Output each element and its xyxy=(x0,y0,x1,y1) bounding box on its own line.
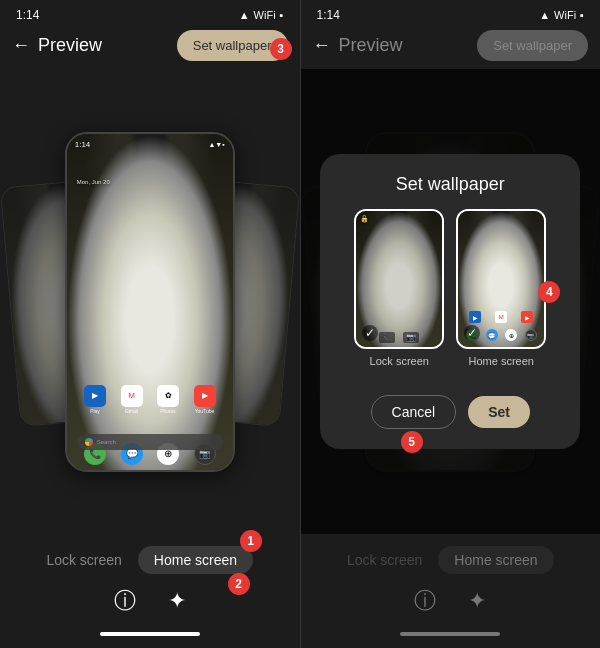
wallpaper-preview-right: Set wallpaper 🔒 📞 📷 ✓ xyxy=(301,69,601,534)
main-phone-left: 1:14 ▲▼▪ Mon, Jun 20 ▶ Play M Gmail xyxy=(65,132,235,472)
signal-icon: ▲ xyxy=(239,9,250,21)
left-panel: 1:14 ▲ WiFi ▪ ← Preview Set wallpaper 3 … xyxy=(0,0,300,648)
badge-2-left: 2 xyxy=(228,573,250,595)
wifi-icon-r: WiFi xyxy=(554,9,576,21)
modal-lock-label: Lock screen xyxy=(370,355,429,367)
modal-home-label: Home screen xyxy=(469,355,534,367)
badge-5-right: 5 xyxy=(401,431,423,453)
screen-tabs-right: Lock screen Home screen xyxy=(347,546,554,574)
gmail-icon: M xyxy=(121,385,143,407)
phone-screen-overlay: 1:14 ▲▼▪ Mon, Jun 20 ▶ Play M Gmail xyxy=(67,134,233,470)
nav-indicator-left xyxy=(100,632,200,636)
phone-time-display: 1:14 xyxy=(75,140,91,149)
search-placeholder: Search xyxy=(97,439,116,445)
phone-date-text: Mon, Jun 20 xyxy=(77,179,110,185)
right-panel: 1:14 ▲ WiFi ▪ ← Preview Set wallpaper Se… xyxy=(301,0,601,648)
badge-1-left: 1 xyxy=(240,530,262,552)
info-icon-left[interactable]: ⓘ xyxy=(114,586,136,616)
modal-buttons: Cancel Set 5 xyxy=(371,395,530,429)
status-icons-right: ▲ WiFi ▪ xyxy=(539,9,584,21)
google-g-icon xyxy=(85,438,93,446)
photos-icon: ✿ xyxy=(157,385,179,407)
top-bar-left: ← Preview Set wallpaper xyxy=(0,26,300,69)
back-arrow-right[interactable]: ← xyxy=(313,35,331,56)
lock-screen-tab-left[interactable]: Lock screen xyxy=(46,552,121,568)
phone-top-area: 1:14 ▲▼▪ xyxy=(67,134,233,151)
preview-title-left: Preview xyxy=(38,35,102,56)
modal-overlay: Set wallpaper 🔒 📞 📷 ✓ xyxy=(301,69,601,534)
home-screen-thumb[interactable]: ▶ M ▶ 📞 💬 ⊕ 📷 ✓ xyxy=(456,209,546,349)
app-gmail: M Gmail xyxy=(121,385,143,414)
time-right: 1:14 xyxy=(317,8,340,22)
lock-screen-thumb[interactable]: 🔒 📞 📷 ✓ xyxy=(354,209,444,349)
app-photos: ✿ Photos xyxy=(157,385,179,414)
bottom-controls-right: Lock screen Home screen ⓘ ✦ xyxy=(301,534,601,648)
nav-indicator-right xyxy=(400,632,500,636)
status-bar-left: 1:14 ▲ WiFi ▪ xyxy=(0,0,300,26)
screen-tabs-left[interactable]: Lock screen Home screen xyxy=(46,546,253,574)
action-icons-left: ⓘ ✦ xyxy=(114,586,186,616)
wallpaper-preview-left: 1:14 ▲▼▪ Mon, Jun 20 ▶ Play M Gmail xyxy=(0,69,300,534)
phone-status-icons: ▲▼▪ xyxy=(208,141,224,148)
signal-icon-r: ▲ xyxy=(539,9,550,21)
battery-icon-r: ▪ xyxy=(580,9,584,21)
status-bar-right: 1:14 ▲ WiFi ▪ xyxy=(301,0,601,26)
top-bar-right: ← Preview Set wallpaper xyxy=(301,26,601,69)
set-button[interactable]: Set xyxy=(468,396,530,428)
info-icon-right: ⓘ xyxy=(414,586,436,616)
sparkle-icon-left[interactable]: ✦ xyxy=(168,588,186,614)
set-wallpaper-modal: Set wallpaper 🔒 📞 📷 ✓ xyxy=(320,154,580,449)
sparkle-icon-right: ✦ xyxy=(468,588,486,614)
youtube-icon: ▶ xyxy=(194,385,216,407)
battery-icon: ▪ xyxy=(280,9,284,21)
play-store-icon: ▶ xyxy=(84,385,106,407)
status-icons-left: ▲ WiFi ▪ xyxy=(239,9,284,21)
app-play-store: ▶ Play xyxy=(84,385,106,414)
back-title-right: ← Preview xyxy=(313,35,403,56)
modal-lock-screen-item[interactable]: 🔒 📞 📷 ✓ Lock screen xyxy=(354,209,444,367)
back-arrow-left[interactable]: ← xyxy=(12,35,30,56)
app-youtube: ▶ YouTube xyxy=(194,385,216,414)
app-label-gmail: Gmail xyxy=(125,408,138,414)
badge-4-right: 4 xyxy=(538,281,560,303)
modal-title: Set wallpaper xyxy=(396,174,505,195)
action-icons-right: ⓘ ✦ xyxy=(414,586,486,616)
lock-screen-tab-right: Lock screen xyxy=(347,552,422,568)
wifi-icon: WiFi xyxy=(254,9,276,21)
preview-title-right: Preview xyxy=(339,35,403,56)
time-left: 1:14 xyxy=(16,8,39,22)
cancel-button[interactable]: Cancel xyxy=(371,395,457,429)
app-label-ps: Play xyxy=(90,408,100,414)
phone-apps-area: ▶ Play M Gmail ✿ Photos xyxy=(67,385,233,420)
badge-3: 3 xyxy=(270,38,292,60)
home-screen-tab-left[interactable]: Home screen xyxy=(138,546,253,574)
home-screen-tab-right: Home screen xyxy=(438,546,553,574)
modal-home-screen-item[interactable]: ▶ M ▶ 📞 💬 ⊕ 📷 ✓ xyxy=(456,209,546,367)
app-row-1: ▶ Play M Gmail ✿ Photos xyxy=(77,385,223,414)
back-title-left: ← Preview xyxy=(12,35,102,56)
set-wallpaper-btn-right[interactable]: Set wallpaper xyxy=(477,30,588,61)
phone-date-widget: Mon, Jun 20 xyxy=(77,179,110,185)
modal-screens: 🔒 📞 📷 ✓ Lock screen xyxy=(354,209,546,367)
app-label-photos: Photos xyxy=(160,408,176,414)
app-label-yt: YouTube xyxy=(195,408,215,414)
search-bar: Search xyxy=(77,434,223,450)
